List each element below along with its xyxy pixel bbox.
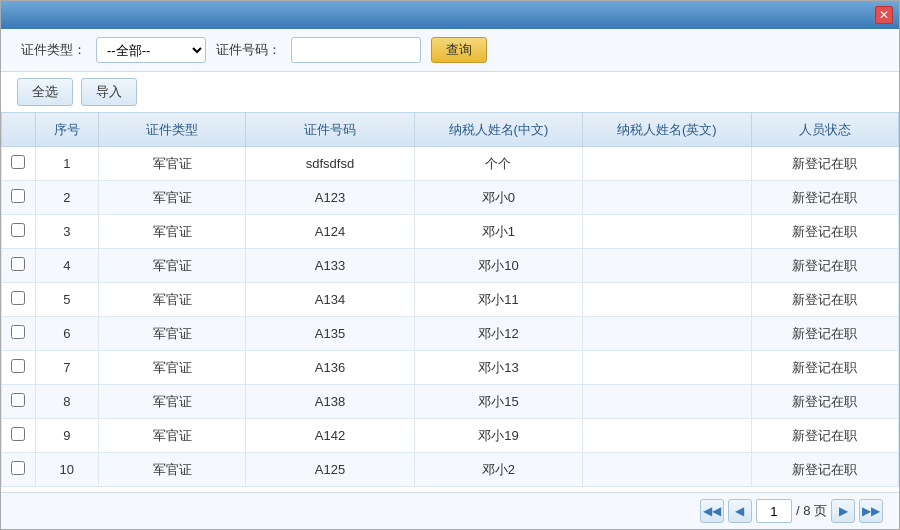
row-id-9: A142: [246, 419, 414, 453]
row-name-en-3: [583, 215, 751, 249]
data-table: 序号 证件类型 证件号码 纳税人姓名(中文) 纳税人姓名(英文) 人员状态 1 …: [1, 112, 899, 487]
row-id-6: A135: [246, 317, 414, 351]
row-checkbox-3[interactable]: [2, 215, 36, 249]
row-checkbox-2[interactable]: [2, 181, 36, 215]
row-type-5: 军官证: [98, 283, 245, 317]
header-name-en: 纳税人姓名(英文): [583, 113, 751, 147]
prev-page-button[interactable]: ◀: [728, 499, 752, 523]
row-name-cn-5: 邓小11: [414, 283, 582, 317]
checkbox-3[interactable]: [11, 223, 25, 237]
checkbox-8[interactable]: [11, 393, 25, 407]
row-id-10: A125: [246, 453, 414, 487]
first-page-button[interactable]: ◀◀: [700, 499, 724, 523]
row-name-en-2: [583, 181, 751, 215]
checkbox-4[interactable]: [11, 257, 25, 271]
pagination-bar: ◀◀ ◀ / 8 页 ▶ ▶▶: [1, 492, 899, 529]
row-name-cn-7: 邓小13: [414, 351, 582, 385]
row-type-8: 军官证: [98, 385, 245, 419]
row-checkbox-6[interactable]: [2, 317, 36, 351]
row-type-6: 军官证: [98, 317, 245, 351]
row-checkbox-4[interactable]: [2, 249, 36, 283]
row-status-4: 新登记在职: [751, 249, 898, 283]
row-seq-3: 3: [35, 215, 98, 249]
row-type-4: 军官证: [98, 249, 245, 283]
table-row: 1 军官证 sdfsdfsd 个个 新登记在职: [2, 147, 899, 181]
checkbox-1[interactable]: [11, 155, 25, 169]
row-type-10: 军官证: [98, 453, 245, 487]
checkbox-6[interactable]: [11, 325, 25, 339]
row-name-en-9: [583, 419, 751, 453]
checkbox-7[interactable]: [11, 359, 25, 373]
row-id-3: A124: [246, 215, 414, 249]
row-name-cn-8: 邓小15: [414, 385, 582, 419]
row-checkbox-7[interactable]: [2, 351, 36, 385]
row-status-10: 新登记在职: [751, 453, 898, 487]
row-type-3: 军官证: [98, 215, 245, 249]
row-seq-5: 5: [35, 283, 98, 317]
row-id-2: A123: [246, 181, 414, 215]
table-row: 3 军官证 A124 邓小1 新登记在职: [2, 215, 899, 249]
checkbox-5[interactable]: [11, 291, 25, 305]
row-checkbox-10[interactable]: [2, 453, 36, 487]
row-status-3: 新登记在职: [751, 215, 898, 249]
table-row: 10 军官证 A125 邓小2 新登记在职: [2, 453, 899, 487]
row-seq-8: 8: [35, 385, 98, 419]
import-button[interactable]: 导入: [81, 78, 137, 106]
row-type-9: 军官证: [98, 419, 245, 453]
row-id-5: A134: [246, 283, 414, 317]
next-page-button[interactable]: ▶: [831, 499, 855, 523]
row-checkbox-8[interactable]: [2, 385, 36, 419]
last-page-button[interactable]: ▶▶: [859, 499, 883, 523]
table-row: 6 军官证 A135 邓小12 新登记在职: [2, 317, 899, 351]
row-type-2: 军官证: [98, 181, 245, 215]
row-name-cn-9: 邓小19: [414, 419, 582, 453]
table-row: 5 军官证 A134 邓小11 新登记在职: [2, 283, 899, 317]
type-label: 证件类型：: [21, 41, 86, 59]
row-id-7: A136: [246, 351, 414, 385]
row-checkbox-5[interactable]: [2, 283, 36, 317]
select-all-button[interactable]: 全选: [17, 78, 73, 106]
row-type-1: 军官证: [98, 147, 245, 181]
row-name-en-6: [583, 317, 751, 351]
header-status: 人员状态: [751, 113, 898, 147]
row-seq-1: 1: [35, 147, 98, 181]
row-status-6: 新登记在职: [751, 317, 898, 351]
checkbox-10[interactable]: [11, 461, 25, 475]
table-row: 8 军官证 A138 邓小15 新登记在职: [2, 385, 899, 419]
page-input[interactable]: [756, 499, 792, 523]
row-status-1: 新登记在职: [751, 147, 898, 181]
row-seq-6: 6: [35, 317, 98, 351]
row-name-en-1: [583, 147, 751, 181]
row-name-cn-6: 邓小12: [414, 317, 582, 351]
table-container: 序号 证件类型 证件号码 纳税人姓名(中文) 纳税人姓名(英文) 人员状态 1 …: [1, 112, 899, 492]
row-name-cn-1: 个个: [414, 147, 582, 181]
row-status-9: 新登记在职: [751, 419, 898, 453]
row-seq-10: 10: [35, 453, 98, 487]
row-checkbox-9[interactable]: [2, 419, 36, 453]
row-seq-2: 2: [35, 181, 98, 215]
table-row: 2 军官证 A123 邓小0 新登记在职: [2, 181, 899, 215]
main-window: ✕ 证件类型： --全部-- 军官证 护照 身份证 其他 证件号码： 查询 全选…: [0, 0, 900, 530]
page-total: / 8 页: [796, 502, 827, 520]
row-name-cn-2: 邓小0: [414, 181, 582, 215]
row-checkbox-1[interactable]: [2, 147, 36, 181]
header-id: 证件号码: [246, 113, 414, 147]
header-checkbox: [2, 113, 36, 147]
row-name-en-8: [583, 385, 751, 419]
row-name-en-5: [583, 283, 751, 317]
checkbox-9[interactable]: [11, 427, 25, 441]
title-bar: ✕: [1, 1, 899, 29]
action-bar: 全选 导入: [1, 72, 899, 112]
row-status-2: 新登记在职: [751, 181, 898, 215]
id-label: 证件号码：: [216, 41, 281, 59]
search-button[interactable]: 查询: [431, 37, 487, 63]
row-id-1: sdfsdfsd: [246, 147, 414, 181]
row-seq-4: 4: [35, 249, 98, 283]
type-select[interactable]: --全部-- 军官证 护照 身份证 其他: [96, 37, 206, 63]
checkbox-2[interactable]: [11, 189, 25, 203]
row-status-5: 新登记在职: [751, 283, 898, 317]
id-input[interactable]: [291, 37, 421, 63]
row-name-cn-4: 邓小10: [414, 249, 582, 283]
row-status-7: 新登记在职: [751, 351, 898, 385]
close-button[interactable]: ✕: [875, 6, 893, 24]
